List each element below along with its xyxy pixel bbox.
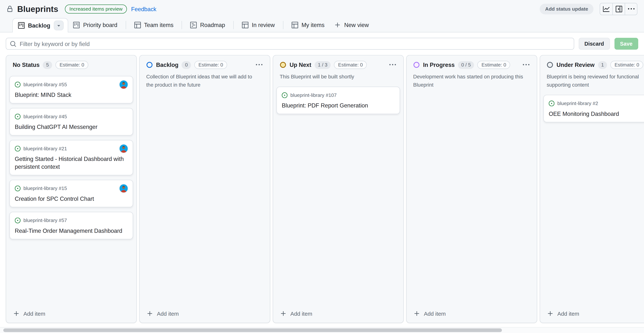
add-item-button[interactable]: Add item [540,306,644,323]
status-icon [413,62,420,68]
card-repo-ref: blueprint-library #2 [557,101,598,106]
description-line: Blueprint is being reviewed for function… [547,73,644,81]
plus-icon [13,310,20,317]
column-estimate-badge: Estimate: 0 [610,61,643,69]
save-button[interactable]: Save [614,38,638,50]
description-line: Blueprint [413,81,530,89]
search-icon [10,40,16,47]
column-estimate-badge: Estimate: 0 [478,61,510,69]
kebab-icon [389,62,396,68]
lock-icon [6,6,13,12]
view-tabs: Backlog Priority board Team items Roadma… [0,18,644,32]
card-repo-ref: blueprint-library #45 [24,114,67,120]
issue-opened-icon [15,114,20,120]
assignee-avatar[interactable] [120,145,128,153]
assignee-avatar[interactable] [120,184,128,193]
card-title[interactable]: Building ChatGPT AI Messenger [15,123,128,131]
issue-opened-icon [549,101,554,106]
description-line: supporting content [547,81,644,89]
tab-label: My items [302,22,324,28]
tab-label: Priority board [83,22,118,28]
description-line: Development work has started on producin… [413,73,530,81]
column-header: In Progress 0 / 5 Estimate: 0 [406,55,537,72]
tab-label: In review [252,22,275,28]
issue-card[interactable]: blueprint-library #45 Building ChatGPT A… [10,108,133,135]
new-view-button[interactable]: New view [330,18,374,32]
issue-card[interactable]: blueprint-library #21 Getting Started - … [10,140,133,175]
column-count-badge: 0 [182,61,191,69]
column-estimate-badge: Estimate: 0 [194,61,227,69]
column-menu-button[interactable] [388,61,397,69]
board: No Status 5 Estimate: 0 blueprint-librar… [0,55,644,327]
column-header: Backlog 0 Estimate: 0 [140,55,270,72]
assignee-avatar[interactable] [120,81,128,89]
kebab-icon [256,62,262,68]
card-list: blueprint-library #107 Blueprint: PDF Re… [273,83,404,117]
card-header: blueprint-library #45 [15,113,128,121]
card-title[interactable]: Blueprint: MIND Stack [15,91,128,99]
insights-button[interactable] [600,3,612,15]
view-type-icon [292,22,298,28]
view-type-icon [190,22,197,28]
scrollbar-thumb[interactable] [3,328,502,332]
tab-priority-board[interactable]: Priority board [68,18,122,32]
tab-roadmap[interactable]: Roadmap [186,18,230,32]
feedback-link[interactable]: Feedback [131,6,156,12]
issue-card[interactable]: blueprint-library #55 Blueprint: MIND St… [10,76,133,104]
tab-my-items[interactable]: My items [287,18,330,32]
issue-card[interactable]: blueprint-library #2 OEE Monitoring Dash… [544,95,644,122]
tab-backlog[interactable]: Backlog [12,18,68,32]
add-item-label: Add item [290,311,312,317]
column-header: Up Next 1 / 3 Estimate: 0 [273,55,404,72]
column-up-next: Up Next 1 / 3 Estimate: 0 This Blueprint… [273,55,404,323]
column-menu-button[interactable] [522,61,530,69]
view-type-icon [73,22,80,28]
add-item-button[interactable]: Add item [406,306,537,323]
column-count-badge: 5 [43,61,52,69]
filter-input[interactable] [20,40,570,47]
discard-button[interactable]: Discard [578,38,610,50]
preview-badge: Increased items preview [65,4,127,13]
add-item-button[interactable]: Add item [140,306,270,323]
issue-opened-icon [15,82,20,87]
add-item-label: Add item [24,311,45,317]
status-icon [547,62,553,68]
add-item-label: Add item [557,311,579,317]
issue-card[interactable]: blueprint-library #57 Real-Time Order Ma… [10,212,133,239]
view-type-icon [134,22,141,28]
add-item-button[interactable]: Add item [273,306,404,323]
tab-label: Team items [144,22,174,28]
status-icon [146,62,153,68]
description-line: the product in the future [146,81,263,89]
card-title[interactable]: Getting Started - Historical Dashboard w… [15,155,128,171]
tab-team-items[interactable]: Team items [129,18,178,32]
add-item-button[interactable]: Add item [6,306,136,323]
card-title[interactable]: Creation for SPC Control Chart [15,195,128,203]
column-header: Under Review 1 Estimate: 0 [540,55,644,72]
plus-icon [334,22,341,28]
tab-in-review[interactable]: In review [237,18,280,32]
tab-label: Backlog [28,22,50,29]
column-count-badge: 0 / 5 [458,61,474,69]
card-title[interactable]: Blueprint: PDF Report Generation [282,102,395,110]
issue-card[interactable]: blueprint-library #107 Blueprint: PDF Re… [276,87,400,114]
plus-icon [414,310,420,317]
issue-card[interactable]: blueprint-library #15 Creation for SPC C… [10,180,133,207]
column-no-status: No Status 5 Estimate: 0 blueprint-librar… [6,55,137,323]
add-status-update-button[interactable]: Add status update [540,3,594,14]
column-title: Up Next [290,62,312,68]
card-list [406,91,537,98]
card-title[interactable]: OEE Monitoring Dashboard [549,110,644,118]
view-options-button[interactable] [54,20,64,30]
horizontal-scrollbar[interactable] [0,327,644,333]
card-repo-ref: blueprint-library #21 [24,146,67,152]
project-menu-button[interactable] [624,3,637,15]
card-header: blueprint-library #57 [15,216,128,224]
column-menu-button[interactable] [255,61,263,69]
side-panel-button[interactable] [612,3,624,15]
card-title[interactable]: Real-Time Order Management Dashboard [15,227,128,235]
tabs-list: Backlog Priority board Team items Roadma… [12,18,330,32]
filter-input-wrapper [6,38,574,50]
card-repo-ref: blueprint-library #15 [24,186,67,191]
column-under-review: Under Review 1 Estimate: 0 Blueprint is … [540,55,644,323]
